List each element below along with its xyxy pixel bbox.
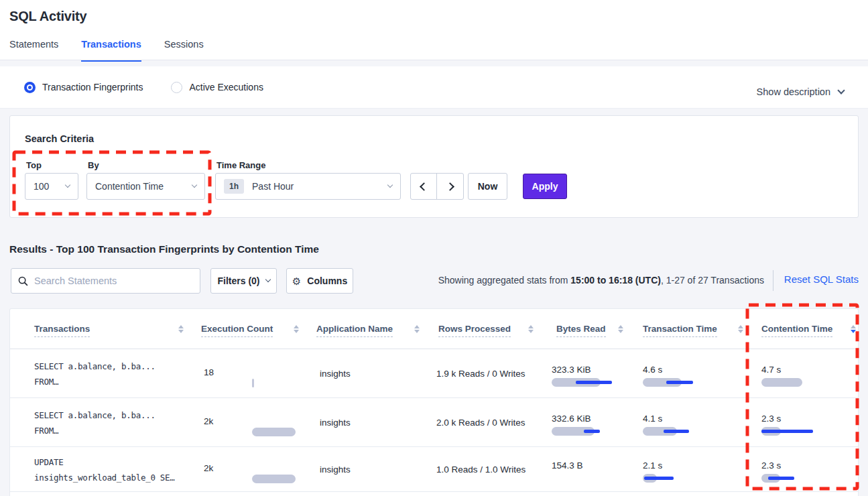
- time-range-badge: 1h: [224, 179, 244, 194]
- search-criteria-heading: Search Criteria: [25, 133, 94, 144]
- contention-time-cell: 2.3 s: [761, 398, 842, 436]
- toolbar-divider: [773, 270, 773, 291]
- radio-label: Transaction Fingerprints: [42, 82, 143, 92]
- sort-icon-application-name[interactable]: [414, 325, 420, 333]
- transaction-fingerprint-link[interactable]: SELECT a.balance, b.ba... FROM…: [34, 408, 156, 438]
- show-description-label: Show description: [757, 86, 830, 97]
- search-criteria-card: Search Criteria Top 100 By Contention Ti…: [9, 115, 859, 218]
- tab-transactions[interactable]: Transactions: [81, 39, 141, 62]
- contention-time-cell: 2.3 s: [761, 445, 842, 483]
- column-header-transaction-time[interactable]: Transaction Time: [643, 324, 717, 337]
- time-range-label: Time Range: [216, 160, 265, 170]
- gear-icon: ⚙: [292, 276, 301, 286]
- sql-activity-page: SQL Activity Statements Transactions Ses…: [0, 0, 868, 496]
- column-header-contention-time[interactable]: Contention Time: [761, 324, 832, 337]
- contention-time-bar: [761, 378, 835, 387]
- radio-label: Active Executions: [189, 82, 263, 92]
- execution-count-value: 2k: [204, 463, 213, 473]
- application-name-value: insights: [320, 418, 351, 428]
- reset-sql-stats-link[interactable]: Reset SQL Stats: [784, 273, 859, 285]
- page-title: SQL Activity: [9, 9, 86, 24]
- bytes-read-cell: 154.3 B: [552, 445, 632, 471]
- chevron-left-icon: [420, 182, 428, 191]
- next-range-button[interactable]: [437, 174, 463, 199]
- transactions-table: Transactions Execution Count Application…: [9, 308, 859, 496]
- table-row[interactable]: SELECT a.balance, b.ba... FROM… 18 insig…: [10, 349, 858, 398]
- transaction-fingerprint-link[interactable]: UPDATE insights_workload_table_0 SE…: [34, 454, 175, 485]
- transaction-time-bar: [643, 427, 717, 436]
- now-button[interactable]: Now: [468, 173, 507, 200]
- column-header-execution-count[interactable]: Execution Count: [201, 324, 273, 337]
- radio-active-executions[interactable]: Active Executions: [171, 82, 263, 93]
- rows-processed-value: 1.0 Reads / 1.0 Writes: [436, 464, 525, 475]
- execution-count-bar: [252, 475, 326, 483]
- chevron-down-icon: [65, 182, 70, 188]
- tab-bar: Statements Transactions Sessions: [9, 39, 204, 62]
- columns-label: Columns: [307, 275, 347, 286]
- execution-count-bar: [252, 379, 326, 387]
- chevron-right-icon: [446, 182, 454, 191]
- transaction-time-cell: 4.1 s: [643, 398, 723, 436]
- rows-processed-value: 2.0 k Reads / 0 Writes: [436, 418, 525, 428]
- transaction-time-bar: [643, 378, 717, 387]
- stats-time-range: 15:00 to 16:18 (UTC): [570, 275, 661, 286]
- execution-count-bar: [252, 428, 326, 436]
- radio-transaction-fingerprints[interactable]: Transaction Fingerprints: [24, 82, 143, 93]
- top-select[interactable]: 100: [25, 173, 78, 200]
- bytes-read-bar: [552, 427, 625, 436]
- time-range-value: Past Hour: [252, 181, 388, 192]
- chevron-down-icon: [387, 182, 393, 188]
- previous-range-button[interactable]: [411, 174, 437, 199]
- transaction-time-cell: 4.6 s: [643, 349, 723, 387]
- table-row[interactable]: UPDATE insights_workload_table_0 SE… 2k …: [10, 447, 858, 492]
- application-name-value: insights: [320, 369, 351, 379]
- filters-button[interactable]: Filters (0): [210, 268, 277, 294]
- contention-time-cell: 4.7 s: [761, 349, 842, 387]
- column-header-bytes-read[interactable]: Bytes Read: [556, 324, 606, 337]
- radio-unselected-icon: [171, 82, 182, 93]
- results-heading: Results - Top 100 Transaction Fingerprin…: [9, 243, 319, 255]
- application-name-value: insights: [320, 464, 351, 475]
- show-description-toggle[interactable]: Show description: [757, 86, 844, 97]
- bytes-read-bar: [552, 378, 625, 387]
- sort-icon-rows-processed[interactable]: [528, 325, 534, 333]
- top-label: Top: [26, 160, 42, 170]
- search-icon: [18, 276, 28, 286]
- search-statements-box: [11, 268, 200, 294]
- radio-selected-icon: [24, 82, 36, 93]
- time-range-select[interactable]: 1h Past Hour: [215, 173, 401, 200]
- transaction-fingerprint-link[interactable]: SELECT a.balance, b.ba... FROM…: [34, 359, 156, 389]
- column-header-transactions[interactable]: Transactions: [34, 324, 90, 337]
- transaction-time-bar: [643, 474, 717, 483]
- column-header-rows-processed[interactable]: Rows Processed: [438, 324, 511, 337]
- filters-label: Filters (0): [217, 275, 259, 286]
- search-statements-input[interactable]: [34, 275, 193, 286]
- column-header-application-name[interactable]: Application Name: [316, 324, 393, 337]
- contention-time-bar: [761, 427, 835, 436]
- transaction-time-cell: 2.1 s: [643, 445, 723, 483]
- sort-icon-contention-time-active[interactable]: [851, 325, 856, 333]
- aggregated-stats-text: Showing aggregated stats from 15:00 to 1…: [438, 275, 764, 286]
- chevron-down-icon: [837, 86, 845, 94]
- by-label: By: [88, 160, 99, 170]
- table-header-row: Transactions Execution Count Application…: [10, 309, 858, 349]
- sort-icon-execution-count[interactable]: [294, 325, 299, 333]
- by-select-value: Contention Time: [95, 181, 192, 192]
- top-select-value: 100: [34, 181, 66, 192]
- table-row[interactable]: SELECT a.balance, b.ba... FROM… 2k insig…: [10, 398, 858, 447]
- tab-statements[interactable]: Statements: [9, 39, 58, 62]
- execution-count-value: 18: [204, 367, 214, 377]
- contention-time-bar: [761, 474, 835, 483]
- sort-icon-bytes-read[interactable]: [618, 325, 623, 333]
- view-toggle-bar: Transaction Fingerprints Active Executio…: [0, 66, 868, 109]
- bytes-read-cell: 323.3 KiB: [552, 349, 632, 387]
- sort-icon-transactions[interactable]: [178, 325, 184, 333]
- rows-processed-value: 1.9 k Reads / 0 Writes: [436, 369, 525, 379]
- execution-count-value: 2k: [204, 416, 213, 426]
- bytes-read-cell: 332.6 KiB: [552, 398, 632, 436]
- columns-button[interactable]: ⚙ Columns: [286, 268, 353, 294]
- sort-icon-transaction-time[interactable]: [738, 325, 743, 333]
- apply-button[interactable]: Apply: [523, 174, 567, 199]
- by-select[interactable]: Contention Time: [86, 173, 205, 200]
- tab-sessions[interactable]: Sessions: [164, 39, 204, 62]
